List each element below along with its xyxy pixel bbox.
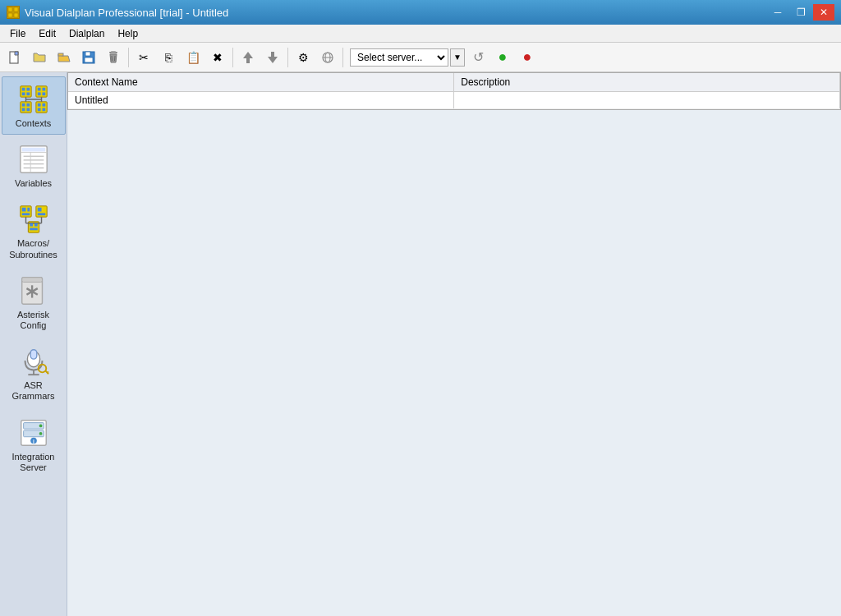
toolbar: ✂ ⎘ 📋 ✖ ⚙ Select server... ▼ ↺ ● ● [0,43,841,72]
delete-item-button[interactable]: ✖ [206,46,229,69]
main-content: Contexts Variables [0,72,841,616]
content-area: Context Name Description Untitled [67,72,841,616]
contexts-icon [16,82,51,117]
svg-rect-41 [37,108,40,111]
svg-marker-13 [243,52,253,58]
asterisk-icon [16,274,51,308]
svg-rect-5 [58,53,63,56]
network-button[interactable] [316,46,339,69]
svg-rect-34 [42,92,45,95]
copy-button[interactable]: ⎘ [157,46,180,69]
asr-label: ASR Grammars [6,380,62,402]
svg-rect-14 [246,58,250,63]
sidebar-item-variables[interactable]: Variables [2,136,66,195]
svg-rect-27 [21,88,25,91]
app-icon [7,6,20,19]
new-button[interactable] [3,46,26,69]
svg-rect-45 [21,148,45,152]
svg-line-12 [115,56,116,61]
restore-button[interactable]: ❒ [790,4,811,21]
sidebar-item-macros[interactable]: Macros/ Subroutines [2,196,66,265]
svg-rect-32 [42,88,45,91]
disconnect-button[interactable]: ● [516,46,539,69]
table-row[interactable]: Untitled [68,92,840,109]
server-select-area: Select server... ▼ [350,48,465,67]
context-table: Context Name Description Untitled [68,73,840,109]
delete-button[interactable] [102,46,125,69]
svg-rect-58 [21,208,25,212]
svg-rect-60 [21,214,30,216]
svg-line-11 [112,56,113,61]
svg-rect-67 [21,278,42,283]
save-button[interactable] [77,46,100,69]
svg-rect-62 [37,214,45,216]
svg-rect-3 [14,13,18,17]
move-up-button[interactable] [237,46,260,69]
svg-rect-30 [26,92,30,95]
svg-rect-59 [27,208,30,212]
variables-label: Variables [15,178,52,189]
contexts-label: Contexts [16,118,51,129]
menu-dialplan[interactable]: Dialplan [62,25,111,42]
menu-file[interactable]: File [3,25,32,42]
svg-rect-61 [37,208,41,212]
asr-icon [16,344,51,379]
svg-rect-0 [8,7,12,11]
macros-label: Macros/ Subroutines [9,238,57,260]
menu-help[interactable]: Help [111,25,145,42]
svg-rect-72 [30,350,37,359]
menu-bar: File Edit Dialplan Help [0,25,841,43]
server-select[interactable]: Select server... [350,48,448,67]
sidebar-item-asterisk[interactable]: Asterisk Config [2,268,66,337]
server-dropdown-button[interactable]: ▼ [450,48,465,67]
svg-rect-16 [271,52,274,57]
move-down-button[interactable] [261,46,284,69]
sidebar-item-contexts[interactable]: Contexts [2,76,66,135]
svg-rect-35 [21,103,25,107]
sidebar: Contexts Variables [0,72,67,616]
close-button[interactable]: ✕ [813,4,834,21]
svg-text:i: i [33,439,34,444]
separator-3 [287,48,288,67]
svg-rect-8 [85,57,93,62]
svg-rect-33 [37,92,40,95]
sidebar-item-asr[interactable]: ASR Grammars [2,338,66,407]
svg-rect-1 [14,7,18,11]
svg-rect-64 [34,223,37,227]
integration-icon: i [16,416,51,450]
menu-edit[interactable]: Edit [32,25,62,42]
settings-button[interactable]: ⚙ [292,46,315,69]
asterisk-label: Asterisk Config [6,310,62,331]
svg-rect-39 [37,103,40,107]
window-controls: ─ ❒ ✕ [767,4,834,21]
svg-marker-15 [268,57,278,63]
minimize-button[interactable]: ─ [767,4,788,21]
cut-button[interactable]: ✂ [132,46,155,69]
title-bar: Visual Dialplan Professional [trial] - U… [0,0,841,25]
open-folder-button[interactable] [53,46,76,69]
svg-rect-63 [30,223,33,227]
cell-description [454,92,840,109]
svg-rect-29 [21,92,25,95]
col-description: Description [454,73,840,92]
reload-button[interactable]: ↺ [466,46,489,69]
paste-button[interactable]: 📋 [182,46,205,69]
svg-rect-42 [42,108,45,111]
svg-point-81 [39,424,42,427]
svg-rect-38 [26,108,30,111]
cell-context-name: Untitled [68,92,454,109]
connect-button[interactable]: ● [491,46,514,69]
sidebar-item-integration[interactable]: i Integration Server [2,410,66,479]
svg-rect-10 [111,51,116,53]
svg-rect-36 [26,103,30,107]
integration-label: Integration Server [6,452,62,473]
separator-1 [128,48,129,67]
svg-rect-28 [26,88,30,91]
svg-rect-37 [21,108,25,111]
col-context-name: Context Name [68,73,454,92]
variables-icon [16,142,51,177]
svg-rect-31 [37,88,40,91]
svg-rect-7 [85,52,90,56]
open-button[interactable] [28,46,51,69]
macros-icon [16,202,51,237]
